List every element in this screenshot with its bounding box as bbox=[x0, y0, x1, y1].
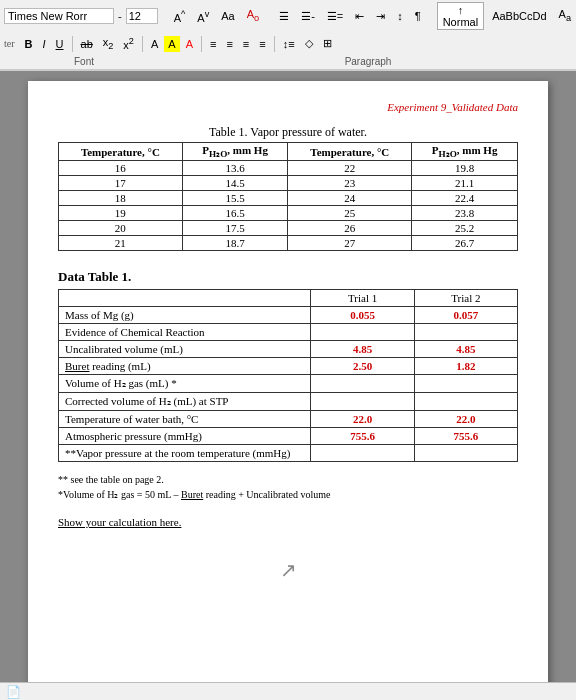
vapor-cell-2-0: 18 bbox=[59, 191, 183, 206]
data-cell-3-trial2: 1.82 bbox=[414, 358, 517, 375]
data-cell-7-trial1: 755.6 bbox=[311, 428, 414, 445]
data-cell-4-label: Volume of H₂ gas (mL) * bbox=[59, 375, 311, 393]
align-justify-btn[interactable]: ≡ bbox=[255, 36, 269, 52]
strikethrough-btn[interactable]: ab bbox=[77, 36, 97, 52]
vapor-cell-3-3: 23.8 bbox=[412, 206, 518, 221]
sep5 bbox=[142, 36, 143, 52]
underline-btn[interactable]: U bbox=[52, 36, 68, 52]
document-page[interactable]: Experiment 9_Validated Data Table 1. Vap… bbox=[28, 81, 548, 682]
align-left-btn[interactable]: ≡ bbox=[206, 36, 220, 52]
vapor-cell-0-3: 19.8 bbox=[412, 161, 518, 176]
data-cell-8-trial1 bbox=[311, 445, 414, 462]
highlight-btn[interactable]: A bbox=[164, 36, 179, 52]
styles-btn[interactable]: AaBbCcDd bbox=[488, 8, 550, 24]
data-cell-0-trial2: 0.057 bbox=[414, 307, 517, 324]
sort-btn[interactable]: ↕ bbox=[393, 8, 407, 24]
font-name-input[interactable] bbox=[4, 8, 114, 24]
decrease-indent-btn[interactable]: ⇤ bbox=[351, 8, 368, 25]
footnote-1: ** see the table on page 2. bbox=[58, 472, 518, 487]
show-para-btn[interactable]: ¶ bbox=[411, 8, 425, 24]
toolbar-labels: Font Paragraph bbox=[0, 55, 576, 70]
font-color-red-btn[interactable]: A bbox=[182, 36, 197, 52]
bold-btn[interactable]: B bbox=[21, 36, 37, 52]
font-size-sep: - bbox=[118, 10, 122, 22]
vapor-cell-1-2: 23 bbox=[288, 176, 412, 191]
vapor-cell-0-2: 22 bbox=[288, 161, 412, 176]
data-table-row: Corrected volume of H₂ (mL) at STP bbox=[59, 393, 518, 411]
change-case-btn[interactable]: Aa bbox=[217, 8, 238, 24]
superscript-btn[interactable]: x2 bbox=[119, 34, 138, 53]
vapor-cell-5-2: 27 bbox=[288, 236, 412, 251]
data-cell-8-trial2 bbox=[414, 445, 517, 462]
decrease-font-btn[interactable]: Av bbox=[193, 7, 213, 26]
data-cell-2-trial2: 4.85 bbox=[414, 341, 517, 358]
vapor-cell-1-0: 17 bbox=[59, 176, 183, 191]
increase-font-btn[interactable]: A^ bbox=[170, 7, 190, 26]
data-table-body: Mass of Mg (g)0.0550.057Evidence of Chem… bbox=[59, 307, 518, 462]
table1-title: Table 1. Vapor pressure of water. bbox=[58, 125, 518, 140]
vapor-table-row: 2118.72726.7 bbox=[59, 236, 518, 251]
data-table-row: Mass of Mg (g)0.0550.057 bbox=[59, 307, 518, 324]
increase-indent-btn[interactable]: ⇥ bbox=[372, 8, 389, 25]
align-right-btn[interactable]: ≡ bbox=[239, 36, 253, 52]
vapor-table-row: 1916.52523.8 bbox=[59, 206, 518, 221]
data-table: Trial 1 Trial 2 Mass of Mg (g)0.0550.057… bbox=[58, 289, 518, 462]
data-col2-header: Trial 2 bbox=[414, 290, 517, 307]
data-cell-3-trial1: 2.50 bbox=[311, 358, 414, 375]
data-col0-header bbox=[59, 290, 311, 307]
sep7 bbox=[274, 36, 275, 52]
experiment-title: Experiment 9_Validated Data bbox=[58, 101, 518, 113]
data-cell-6-trial2: 22.0 bbox=[414, 411, 517, 428]
vapor-cell-3-0: 19 bbox=[59, 206, 183, 221]
footnote-2: *Volume of H₂ gas = 50 mL – Buret readin… bbox=[58, 487, 518, 502]
vapor-cell-2-3: 22.4 bbox=[412, 191, 518, 206]
clear-format-btn[interactable]: Ao bbox=[243, 6, 263, 25]
data-cell-2-trial1: 4.85 bbox=[311, 341, 414, 358]
data-table-row: Temperature of water bath, °C22.022.0 bbox=[59, 411, 518, 428]
borders-btn[interactable]: ⊞ bbox=[319, 35, 336, 52]
data-cell-5-trial2 bbox=[414, 393, 517, 411]
vapor-cell-4-1: 17.5 bbox=[182, 221, 288, 236]
aa-btn[interactable]: Aa bbox=[555, 6, 575, 25]
status-page-icon: 📄 bbox=[6, 685, 21, 699]
numbering-btn[interactable]: ☰- bbox=[297, 8, 319, 25]
data-cell-5-label: Corrected volume of H₂ (mL) at STP bbox=[59, 393, 311, 411]
vapor-cell-0-0: 16 bbox=[59, 161, 183, 176]
toolbar: - A^ Av Aa Ao ☰ ☰- ☰= ⇤ ⇥ ↕ ¶ ↑ Normal A… bbox=[0, 0, 576, 71]
multilevel-btn[interactable]: ☰= bbox=[323, 8, 347, 25]
shading-btn[interactable]: ◇ bbox=[301, 35, 317, 52]
vapor-cell-4-3: 25.2 bbox=[412, 221, 518, 236]
vapor-cell-1-1: 14.5 bbox=[182, 176, 288, 191]
footnotes: ** see the table on page 2. *Volume of H… bbox=[58, 472, 518, 502]
vapor-table-header-row: Temperature, °C PH₂O, mm Hg Temperature,… bbox=[59, 143, 518, 161]
vapor-col2-header: PH₂O, mm Hg bbox=[182, 143, 288, 161]
vapor-table-body: 1613.62219.81714.52321.11815.52422.41916… bbox=[59, 161, 518, 251]
vapor-col4-header: PH₂O, mm Hg bbox=[412, 143, 518, 161]
data-cell-1-label: Evidence of Chemical Reaction bbox=[59, 324, 311, 341]
cursor-icon: ↗ bbox=[58, 558, 518, 582]
data-cell-4-trial1 bbox=[311, 375, 414, 393]
bullets-btn[interactable]: ☰ bbox=[275, 8, 293, 25]
vapor-cell-3-2: 25 bbox=[288, 206, 412, 221]
data-cell-0-label: Mass of Mg (g) bbox=[59, 307, 311, 324]
data-cell-4-trial2 bbox=[414, 375, 517, 393]
vapor-table-row: 1613.62219.8 bbox=[59, 161, 518, 176]
data-cell-3-label: Buret reading (mL) bbox=[59, 358, 311, 375]
data-table-row: Uncalibrated volume (mL)4.854.85 bbox=[59, 341, 518, 358]
vapor-table-row: 2017.52625.2 bbox=[59, 221, 518, 236]
data-cell-6-label: Temperature of water bath, °C bbox=[59, 411, 311, 428]
line-spacing-btn[interactable]: ↕≡ bbox=[279, 36, 299, 52]
vapor-cell-4-2: 26 bbox=[288, 221, 412, 236]
style-normal-btn[interactable]: ↑ Normal bbox=[437, 2, 484, 30]
vapor-cell-4-0: 20 bbox=[59, 221, 183, 236]
vapor-cell-5-1: 18.7 bbox=[182, 236, 288, 251]
data-cell-8-label: **Vapor pressure at the room temperature… bbox=[59, 445, 311, 462]
italic-btn[interactable]: I bbox=[39, 36, 50, 52]
show-calc-text: Show your calculation here. bbox=[58, 516, 518, 528]
data-cell-2-label: Uncalibrated volume (mL) bbox=[59, 341, 311, 358]
font-size-input[interactable] bbox=[126, 8, 158, 24]
subscript-btn[interactable]: x2 bbox=[99, 34, 118, 53]
data-table-row: Atmospheric pressure (mmHg)755.6755.6 bbox=[59, 428, 518, 445]
align-center-btn[interactable]: ≡ bbox=[222, 36, 236, 52]
font-color-A-btn[interactable]: A bbox=[147, 36, 162, 52]
